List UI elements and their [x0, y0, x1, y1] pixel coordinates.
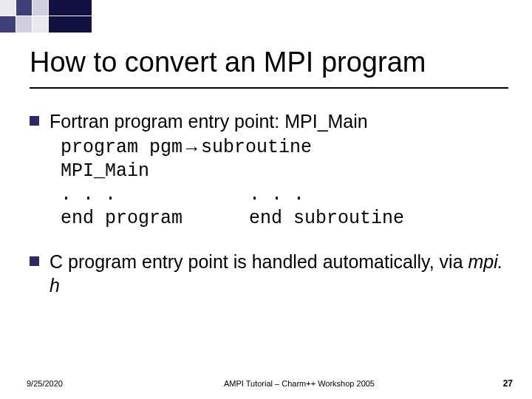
footer-center: AMPI Tutorial – Charm++ Workshop 2005 [115, 379, 483, 388]
bullet-icon [30, 256, 39, 266]
bullet-icon [30, 116, 39, 126]
code-right: subroutine [201, 136, 312, 160]
bullet-text: Fortran program entry point: MPI_Main [50, 109, 508, 133]
code-right: . . . [249, 183, 304, 207]
slide: How to convert an MPI program Fortran pr… [0, 0, 532, 399]
slide-content: Fortran program entry point: MPI_Main pr… [30, 109, 508, 399]
bullet-fortran: Fortran program entry point: MPI_Main [30, 109, 508, 133]
code-left: program pgm [61, 136, 183, 160]
bullet-c: C program entry point is handled automat… [30, 250, 508, 297]
code-right: end subroutine [249, 207, 404, 231]
footer: 9/25/2020 AMPI Tutorial – Charm++ Worksh… [0, 378, 532, 389]
page-title: How to convert an MPI program [30, 47, 508, 89]
footer-date: 9/25/2020 [27, 379, 115, 388]
footer-page-number: 27 [483, 378, 513, 389]
bullet-text-a: C program entry point is handled automat… [50, 251, 468, 272]
code-left: end program [61, 207, 249, 231]
code-indent: MPI_Main [61, 160, 149, 183]
code-left: . . . [61, 183, 249, 207]
arrow-icon: → [183, 136, 201, 160]
bullet-text: C program entry point is handled automat… [50, 250, 508, 297]
code-block: program pgm → subroutine MPI_Main . . . … [61, 136, 508, 231]
